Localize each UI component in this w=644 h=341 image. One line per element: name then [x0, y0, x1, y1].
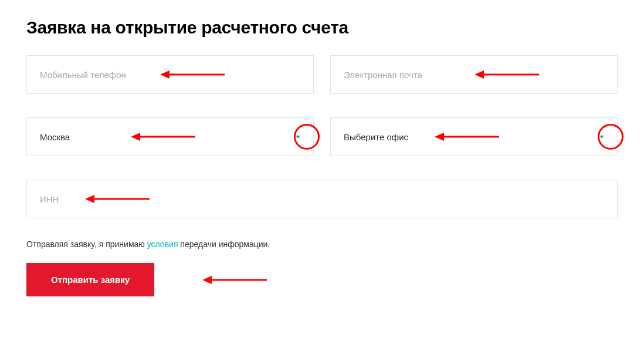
- consent-link[interactable]: условия: [147, 239, 178, 249]
- office-select[interactable]: Выберите офис: [330, 117, 618, 156]
- phone-field-wrap: [26, 55, 314, 94]
- consent-text: Отправляя заявку, я принимаю условия пер…: [26, 239, 618, 249]
- annotation-arrow-icon: [202, 274, 270, 286]
- email-input[interactable]: [330, 55, 618, 94]
- city-field-wrap: Москва: [26, 117, 314, 156]
- office-select-value: Выберите офис: [344, 132, 408, 142]
- form-row-3: [26, 180, 618, 218]
- consent-suffix: передачи информации.: [178, 239, 270, 249]
- inn-field-wrap: [26, 180, 618, 218]
- consent-prefix: Отправляя заявку, я принимаю: [26, 239, 147, 249]
- city-select-value: Москва: [40, 132, 70, 142]
- email-field-wrap: [330, 55, 618, 94]
- chevron-down-icon: [599, 136, 604, 139]
- submit-button[interactable]: Отправить заявку: [26, 263, 154, 296]
- form-container: Москва Выберите офис: [26, 55, 618, 218]
- form-row-2: Москва Выберите офис: [26, 117, 618, 156]
- submit-row: Отправить заявку: [26, 263, 618, 296]
- inn-input[interactable]: [26, 180, 618, 218]
- phone-input[interactable]: [26, 55, 314, 94]
- form-row-1: [26, 55, 618, 94]
- chevron-down-icon: [296, 136, 300, 139]
- page-title: Заявка на открытие расчетного счета: [26, 18, 618, 38]
- city-select[interactable]: Москва: [26, 117, 314, 156]
- office-field-wrap: Выберите офис: [330, 117, 618, 156]
